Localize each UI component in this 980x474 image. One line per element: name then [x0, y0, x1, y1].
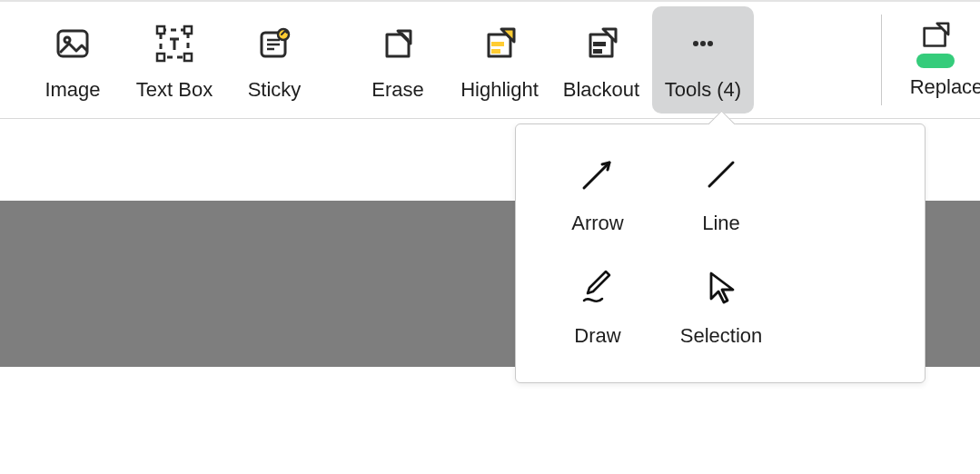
svg-rect-6	[184, 54, 192, 61]
svg-rect-15	[593, 49, 602, 54]
image-label: Image	[45, 78, 100, 102]
erase-icon	[378, 24, 418, 64]
highlight-icon	[480, 24, 520, 64]
svg-rect-4	[184, 26, 192, 34]
replace-icon	[917, 21, 954, 50]
svg-rect-3	[157, 26, 164, 34]
replace-label: Replace	[888, 75, 980, 99]
svg-rect-0	[58, 31, 87, 56]
image-icon	[53, 24, 93, 64]
draw-label: Draw	[574, 324, 620, 348]
erase-label: Erase	[371, 78, 423, 102]
draw-tool[interactable]: Draw	[541, 262, 654, 364]
tools-popover-grid: Arrow Line Draw	[541, 150, 899, 364]
sticky-label: Sticky	[248, 78, 302, 102]
toolbar: Image Text Box	[0, 0, 980, 119]
svg-point-16	[693, 41, 698, 46]
highlight-button[interactable]: Highlight	[449, 6, 550, 114]
arrow-icon	[573, 150, 622, 199]
svg-rect-13	[491, 49, 500, 54]
svg-point-18	[708, 41, 713, 46]
arrow-tool[interactable]: Arrow	[541, 150, 654, 252]
svg-point-1	[64, 37, 70, 43]
blackout-icon	[581, 24, 621, 64]
line-tool[interactable]: Line	[665, 150, 777, 252]
selection-tool[interactable]: Selection	[665, 262, 777, 364]
svg-line-20	[709, 163, 733, 186]
draw-icon	[573, 262, 622, 311]
textbox-label: Text Box	[136, 78, 213, 102]
image-button[interactable]: Image	[22, 6, 124, 114]
blackout-label: Blackout	[563, 78, 639, 102]
tools-popover: Arrow Line Draw	[515, 123, 926, 383]
replace-toggle[interactable]	[916, 54, 955, 68]
toolbar-left-group: Image Text Box	[0, 2, 754, 118]
tools-label: Tools (4)	[665, 78, 741, 102]
arrow-label: Arrow	[571, 212, 623, 235]
svg-rect-12	[491, 42, 504, 46]
highlight-label: Highlight	[460, 78, 539, 102]
svg-rect-14	[593, 42, 606, 46]
svg-line-19	[584, 163, 609, 188]
replace-button[interactable]: Replace	[882, 2, 980, 118]
svg-point-11	[278, 29, 289, 40]
tools-button[interactable]: Tools (4)	[652, 6, 754, 114]
svg-rect-5	[157, 54, 164, 61]
sticky-icon	[254, 24, 294, 64]
blackout-button[interactable]: Blackout	[550, 6, 652, 114]
sticky-button[interactable]: Sticky	[225, 6, 323, 114]
textbox-icon	[154, 24, 194, 64]
selection-icon	[697, 262, 746, 311]
line-label: Line	[702, 212, 740, 235]
selection-label: Selection	[680, 324, 763, 348]
svg-point-17	[700, 41, 706, 46]
textbox-button[interactable]: Text Box	[124, 6, 225, 114]
erase-button[interactable]: Erase	[347, 6, 449, 114]
line-icon	[697, 150, 746, 199]
more-icon	[683, 24, 723, 64]
